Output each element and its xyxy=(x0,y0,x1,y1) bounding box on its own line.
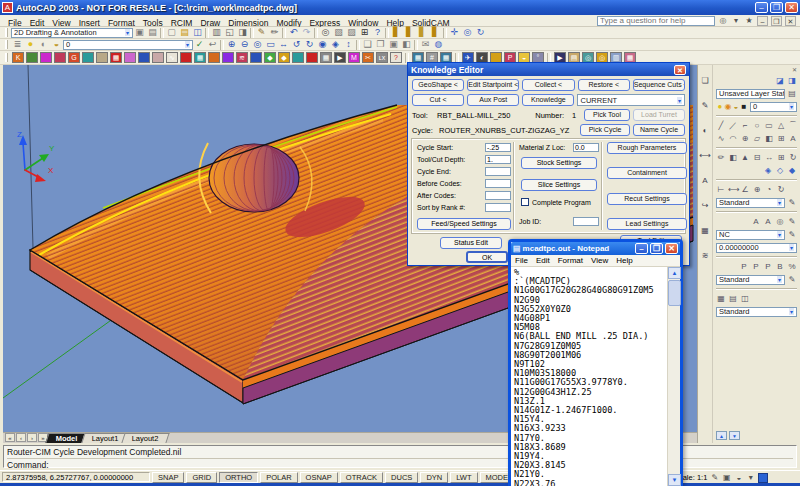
open-icon[interactable]: ▤ xyxy=(178,27,191,38)
copy-icon[interactable]: ◧ xyxy=(728,153,738,162)
menu-item[interactable]: Draw xyxy=(196,18,224,28)
notepad-menu-item[interactable]: Format xyxy=(558,256,583,265)
layer-state-save-icon[interactable]: ◪ xyxy=(775,76,785,85)
rcim-shape-icon[interactable] xyxy=(124,52,136,63)
view-top-icon[interactable]: ↕ xyxy=(342,39,355,50)
feed-speed-settings-button[interactable]: Feed/Speed Settings xyxy=(417,218,511,230)
rough-parameters-button[interactable]: Rough Parameters xyxy=(607,142,687,154)
toolbar-grip[interactable] xyxy=(5,40,8,49)
polygon-icon[interactable]: △ xyxy=(776,121,786,130)
sep[interactable] xyxy=(282,28,286,38)
plot-preview-icon[interactable]: ◱ xyxy=(223,27,236,38)
knowledge-dropdown[interactable]: CURRENT▾ xyxy=(577,94,685,106)
pline-icon[interactable]: ⌐ xyxy=(740,121,750,130)
field-input[interactable] xyxy=(485,191,511,200)
workspace-dropdown[interactable]: 2D Drafting & Annotation▾ xyxy=(11,28,133,38)
ellipse-icon[interactable]: ◠ xyxy=(728,134,738,143)
mleader-icon[interactable]: P xyxy=(739,262,749,271)
menu-item[interactable]: View xyxy=(48,18,74,28)
rcim-gray-icon[interactable]: ▦ xyxy=(320,52,332,63)
check-standards-icon[interactable]: ▋ xyxy=(416,27,429,38)
name-cycle-button[interactable]: Name Cycle xyxy=(633,124,685,136)
favorites-star-icon[interactable]: ★ xyxy=(744,16,754,25)
orbit-left-icon[interactable]: ↺ xyxy=(290,39,303,50)
slice-settings-button[interactable]: Slice Settings xyxy=(521,179,597,191)
notepad-menu-item[interactable]: File xyxy=(515,256,528,265)
load-turret-button[interactable]: Load Turret xyxy=(633,109,685,121)
rcim-tools2-icon[interactable]: ✂ xyxy=(362,52,374,63)
toolbar-grip[interactable] xyxy=(5,28,8,37)
table-edit-icon[interactable]: ▤ xyxy=(728,294,738,303)
menu-item[interactable]: Dimension xyxy=(224,18,272,28)
doc-minimize-button[interactable]: – xyxy=(757,16,768,26)
field-input[interactable]: 1. xyxy=(485,155,511,164)
ducs-toggle[interactable]: DUCS xyxy=(385,472,418,483)
sep[interactable] xyxy=(414,40,418,50)
move-icon[interactable]: ↔ xyxy=(764,153,774,162)
dialog-titlebar[interactable]: Knowledge Editor ✕ xyxy=(408,63,689,76)
menu-item[interactable]: Edit xyxy=(26,18,49,28)
rcim-tool-icon[interactable] xyxy=(26,52,38,63)
window-new-icon[interactable]: ▣ xyxy=(387,39,400,50)
dim-angular-icon[interactable]: ∠ xyxy=(740,185,750,194)
sep[interactable] xyxy=(405,53,409,63)
mleader-style-dropdown[interactable]: Standard▾ xyxy=(716,275,785,285)
layer-lock-icon[interactable]: ◒ xyxy=(50,39,63,50)
tab-nav-button[interactable]: ‹ xyxy=(16,433,26,442)
scroll-down-icon[interactable]: ▼ xyxy=(668,474,681,486)
panel-spin-down-icon[interactable]: ▼ xyxy=(729,431,740,440)
pick-tool-button[interactable]: Pick Tool xyxy=(584,109,630,121)
sequence-cuts-button[interactable]: Sequence Cuts < xyxy=(633,79,685,91)
arc-icon[interactable]: ⌒ xyxy=(788,120,798,131)
mtext-icon[interactable]: A xyxy=(788,134,798,143)
batch-standards-icon[interactable]: ▋ xyxy=(429,27,442,38)
dim-style-dropdown[interactable]: Standard▾ xyxy=(716,198,785,208)
search-icon[interactable]: ◎ xyxy=(718,16,728,25)
layers-manager-icon[interactable]: ▧ xyxy=(332,27,345,38)
rcim-cut-icon[interactable] xyxy=(54,52,66,63)
notepad-restore-button[interactable]: ❐ xyxy=(650,243,663,254)
toolbar-grip[interactable] xyxy=(5,53,8,62)
rcim-nest-icon[interactable] xyxy=(82,52,94,63)
panel-spin-up-icon[interactable]: ▲ xyxy=(716,431,727,440)
menu-item[interactable]: Express xyxy=(305,18,344,28)
zoom-realtime-icon[interactable]: ◎ xyxy=(461,27,474,38)
publish-icon[interactable]: ◨ xyxy=(236,27,249,38)
material-z-input[interactable]: 0.0 xyxy=(573,143,599,152)
gcode-text-area[interactable]: %:`(MCADTPC)N1G00G17G20G28G40G80G91Z0M5N… xyxy=(511,267,667,486)
text-edit-icon[interactable]: ✎ xyxy=(787,217,797,226)
table-icon[interactable]: ▦ xyxy=(716,294,726,303)
notepad-titlebar[interactable]: ▤ mcadtpc.out - Notepad – ❐ ✕ xyxy=(511,242,680,255)
rcim-lx-icon[interactable]: ʟx xyxy=(376,52,388,63)
notepad-minimize-button[interactable]: – xyxy=(635,243,648,254)
hatch-icon[interactable]: ▱ xyxy=(752,134,762,143)
rect-icon[interactable]: ▭ xyxy=(764,121,774,130)
properties-icon[interactable]: ▨ xyxy=(345,27,358,38)
notepad-menu-item[interactable]: View xyxy=(591,256,608,265)
panel-extra-icon[interactable]: ≋ xyxy=(699,250,711,261)
knowledge-button[interactable]: Knowledge xyxy=(522,94,574,106)
workspace-settings-icon[interactable]: ▤ xyxy=(146,27,159,38)
rcim-stock-icon[interactable] xyxy=(152,52,164,63)
job-id-input[interactable] xyxy=(573,217,599,226)
menu-item[interactable]: File xyxy=(4,18,26,28)
field-input[interactable] xyxy=(485,167,511,176)
xline-icon[interactable]: ／ xyxy=(728,120,738,131)
lock-icon[interactable]: ◒ xyxy=(732,102,740,111)
aux-post-button[interactable]: Aux Post xyxy=(467,94,519,106)
paintbrush-icon[interactable]: ✏ xyxy=(268,27,281,38)
circle-icon[interactable]: ○ xyxy=(752,121,762,130)
qnew-icon[interactable]: ▢ xyxy=(165,27,178,38)
rcim-probe-icon[interactable] xyxy=(222,52,234,63)
rcim-box-icon[interactable] xyxy=(208,52,220,63)
field-input[interactable]: -.25 xyxy=(485,143,511,152)
sep[interactable] xyxy=(455,53,459,63)
status-menu-arrow-icon[interactable]: ▾ xyxy=(746,473,755,482)
rcim-geo-icon[interactable]: G xyxy=(68,52,80,63)
sep[interactable] xyxy=(314,28,318,38)
sep[interactable] xyxy=(356,40,360,50)
annotation-auto-icon[interactable]: ▣ xyxy=(722,473,731,482)
match-properties-icon[interactable]: ✎ xyxy=(255,27,268,38)
rcim-red2-icon[interactable] xyxy=(306,52,318,63)
layer-properties-icon[interactable]: ≣ xyxy=(11,39,24,50)
